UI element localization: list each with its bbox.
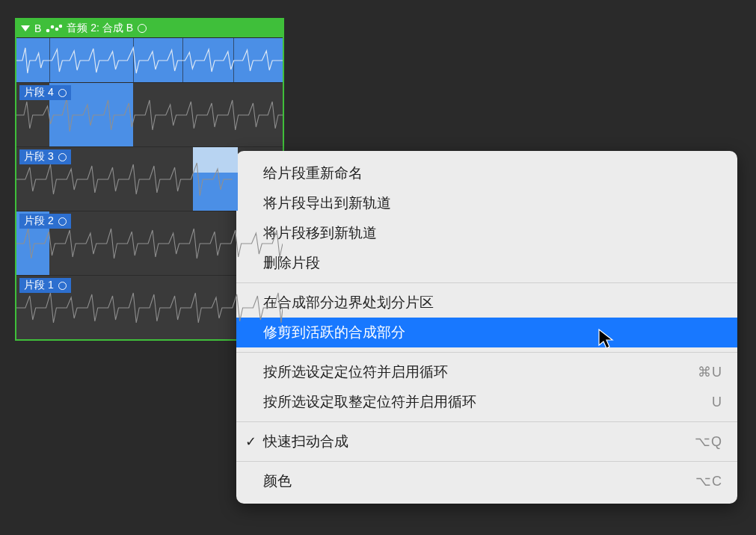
take-name: 片段 4 (24, 86, 54, 99)
take-label[interactable]: 片段 1 (19, 278, 71, 293)
svg-point-2 (55, 28, 59, 31)
menu-separator (236, 352, 737, 353)
take-label[interactable]: 片段 3 (19, 149, 71, 164)
header-b-label: B (34, 22, 41, 34)
loop-indicator-icon (58, 153, 67, 161)
disclosure-triangle-icon[interactable] (21, 25, 30, 31)
svg-point-1 (51, 25, 55, 29)
cursor-icon (598, 329, 615, 350)
take-label[interactable]: 片段 4 (19, 85, 71, 100)
menu-move-to-track[interactable]: 将片段移到新轨道 (236, 218, 737, 248)
menu-set-round-locators[interactable]: 按所选设定取整定位符并启用循环 U (236, 387, 737, 417)
context-menu: 给片段重新命名 将片段导出到新轨道 将片段移到新轨道 删除片段 在合成部分边界处… (236, 151, 737, 504)
comp-menu-icon[interactable] (46, 24, 62, 33)
menu-separator (236, 282, 737, 283)
menu-rename[interactable]: 给片段重新命名 (236, 158, 737, 188)
take-lane[interactable]: 片段 4 (16, 82, 283, 146)
loop-indicator-icon (58, 217, 67, 226)
take-name: 片段 3 (24, 150, 54, 164)
menu-trim-to-active-comp[interactable]: 修剪到活跃的合成部分 (236, 318, 737, 347)
take-folder-title: 音频 2: 合成 B (67, 22, 133, 35)
menu-export-to-track[interactable]: 将片段导出到新轨道 (236, 188, 737, 218)
loop-indicator-icon (58, 89, 67, 97)
menu-slice-at-comp[interactable]: 在合成部分边界处划分片区 (236, 288, 737, 318)
take-name: 片段 2 (24, 214, 54, 228)
take-name: 片段 1 (24, 279, 54, 292)
take-label[interactable]: 片段 2 (19, 214, 71, 229)
loop-indicator-icon (58, 282, 67, 290)
shortcut-label: ⌘U (698, 364, 722, 380)
shortcut-label: ⌥C (695, 473, 722, 489)
menu-quick-swipe[interactable]: ✓ 快速扫动合成 ⌥Q (236, 427, 737, 457)
comp-lane[interactable] (16, 37, 283, 82)
shortcut-label: U (712, 395, 722, 410)
loop-indicator-icon (138, 24, 147, 33)
menu-delete[interactable]: 删除片段 (236, 248, 737, 278)
take-folder-header[interactable]: B 音频 2: 合成 B (16, 19, 283, 37)
menu-set-locators[interactable]: 按所选设定定位符并启用循环 ⌘U (236, 357, 737, 387)
menu-separator (236, 421, 737, 422)
svg-point-0 (46, 29, 50, 33)
menu-separator (236, 461, 737, 462)
menu-color[interactable]: 颜色 ⌥C (236, 466, 737, 496)
checkmark-icon: ✓ (245, 433, 256, 450)
svg-point-3 (59, 25, 62, 28)
shortcut-label: ⌥Q (695, 433, 722, 450)
